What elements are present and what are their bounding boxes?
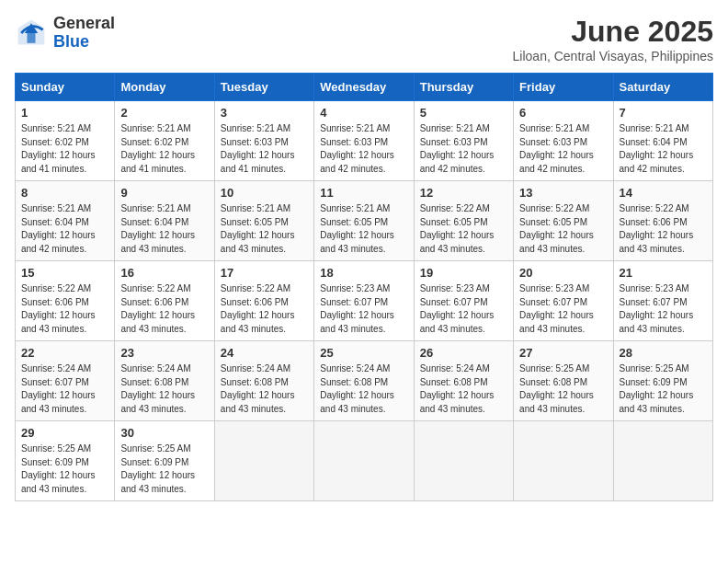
day-header-monday: Monday (115, 74, 214, 101)
calendar-week-3: 15Sunrise: 5:22 AMSunset: 6:06 PMDayligh… (16, 261, 713, 341)
day-number: 26 (420, 346, 507, 360)
day-number: 9 (120, 186, 208, 200)
day-info: Sunrise: 5:21 AMSunset: 6:05 PMDaylight:… (221, 202, 308, 256)
calendar-cell: 15Sunrise: 5:22 AMSunset: 6:06 PMDayligh… (16, 261, 115, 341)
day-info: Sunrise: 5:21 AMSunset: 6:02 PMDaylight:… (120, 122, 208, 176)
calendar-cell: 28Sunrise: 5:25 AMSunset: 6:09 PMDayligh… (613, 341, 712, 421)
calendar-cell: 22Sunrise: 5:24 AMSunset: 6:07 PMDayligh… (16, 341, 115, 421)
calendar-cell (214, 421, 313, 501)
day-info: Sunrise: 5:23 AMSunset: 6:07 PMDaylight:… (320, 282, 407, 336)
calendar-cell (414, 421, 513, 501)
calendar-cell: 10Sunrise: 5:21 AMSunset: 6:05 PMDayligh… (214, 181, 313, 261)
calendar-cell: 7Sunrise: 5:21 AMSunset: 6:04 PMDaylight… (613, 101, 712, 181)
day-number: 22 (21, 346, 108, 360)
day-number: 7 (620, 106, 707, 120)
logo-text: General Blue (53, 15, 115, 52)
calendar-cell: 30Sunrise: 5:25 AMSunset: 6:09 PMDayligh… (115, 421, 214, 501)
calendar-cell: 6Sunrise: 5:21 AMSunset: 6:03 PMDaylight… (514, 101, 613, 181)
calendar-cell: 29Sunrise: 5:25 AMSunset: 6:09 PMDayligh… (16, 421, 115, 501)
logo-icon (15, 17, 48, 50)
calendar-cell (514, 421, 613, 501)
day-number: 27 (519, 346, 607, 360)
day-info: Sunrise: 5:22 AMSunset: 6:06 PMDaylight:… (221, 282, 308, 336)
day-number: 23 (120, 346, 208, 360)
day-info: Sunrise: 5:25 AMSunset: 6:09 PMDaylight:… (21, 442, 108, 496)
calendar-cell: 12Sunrise: 5:22 AMSunset: 6:05 PMDayligh… (414, 181, 513, 261)
day-number: 10 (221, 186, 308, 200)
calendar-cell: 14Sunrise: 5:22 AMSunset: 6:06 PMDayligh… (613, 181, 712, 261)
day-header-saturday: Saturday (613, 74, 712, 101)
calendar-cell: 4Sunrise: 5:21 AMSunset: 6:03 PMDaylight… (314, 101, 414, 181)
calendar-cell: 16Sunrise: 5:22 AMSunset: 6:06 PMDayligh… (115, 261, 214, 341)
calendar-cell: 21Sunrise: 5:23 AMSunset: 6:07 PMDayligh… (613, 261, 712, 341)
day-info: Sunrise: 5:22 AMSunset: 6:06 PMDaylight:… (21, 282, 108, 336)
day-number: 24 (221, 346, 308, 360)
day-info: Sunrise: 5:22 AMSunset: 6:06 PMDaylight:… (120, 282, 208, 336)
calendar-cell (613, 421, 712, 501)
day-number: 15 (21, 266, 108, 280)
day-number: 2 (120, 106, 208, 120)
day-number: 21 (620, 266, 707, 280)
day-number: 14 (620, 186, 707, 200)
logo-blue: Blue (53, 32, 89, 51)
day-number: 12 (420, 186, 507, 200)
day-header-friday: Friday (514, 74, 613, 101)
page-header: General Blue June 2025 Liloan, Central V… (15, 15, 713, 63)
day-info: Sunrise: 5:21 AMSunset: 6:03 PMDaylight:… (420, 122, 507, 176)
day-number: 17 (221, 266, 308, 280)
calendar-cell: 18Sunrise: 5:23 AMSunset: 6:07 PMDayligh… (314, 261, 414, 341)
day-number: 30 (120, 426, 208, 440)
day-info: Sunrise: 5:23 AMSunset: 6:07 PMDaylight:… (620, 282, 707, 336)
day-number: 1 (21, 106, 108, 120)
day-header-wednesday: Wednesday (314, 74, 414, 101)
day-number: 6 (519, 106, 607, 120)
day-info: Sunrise: 5:25 AMSunset: 6:09 PMDaylight:… (620, 362, 707, 416)
day-info: Sunrise: 5:21 AMSunset: 6:05 PMDaylight:… (320, 202, 407, 256)
day-info: Sunrise: 5:24 AMSunset: 6:07 PMDaylight:… (21, 362, 108, 416)
day-info: Sunrise: 5:24 AMSunset: 6:08 PMDaylight:… (120, 362, 208, 416)
day-number: 28 (620, 346, 707, 360)
day-header-sunday: Sunday (16, 74, 115, 101)
calendar-cell: 19Sunrise: 5:23 AMSunset: 6:07 PMDayligh… (414, 261, 513, 341)
month-title: June 2025 (513, 15, 713, 49)
day-info: Sunrise: 5:21 AMSunset: 6:02 PMDaylight:… (21, 122, 108, 176)
day-info: Sunrise: 5:22 AMSunset: 6:06 PMDaylight:… (620, 202, 707, 256)
day-info: Sunrise: 5:24 AMSunset: 6:08 PMDaylight:… (221, 362, 308, 416)
day-number: 29 (21, 426, 108, 440)
calendar-cell: 2Sunrise: 5:21 AMSunset: 6:02 PMDaylight… (115, 101, 214, 181)
day-info: Sunrise: 5:22 AMSunset: 6:05 PMDaylight:… (420, 202, 507, 256)
day-number: 18 (320, 266, 407, 280)
calendar-cell: 24Sunrise: 5:24 AMSunset: 6:08 PMDayligh… (214, 341, 313, 421)
calendar-cell: 9Sunrise: 5:21 AMSunset: 6:04 PMDaylight… (115, 181, 214, 261)
calendar-cell: 20Sunrise: 5:23 AMSunset: 6:07 PMDayligh… (514, 261, 613, 341)
title-block: June 2025 Liloan, Central Visayas, Phili… (513, 15, 713, 63)
calendar-cell: 8Sunrise: 5:21 AMSunset: 6:04 PMDaylight… (16, 181, 115, 261)
calendar-cell: 23Sunrise: 5:24 AMSunset: 6:08 PMDayligh… (115, 341, 214, 421)
calendar-cell: 17Sunrise: 5:22 AMSunset: 6:06 PMDayligh… (214, 261, 313, 341)
logo-general: General (53, 14, 115, 32)
day-number: 5 (420, 106, 507, 120)
day-info: Sunrise: 5:25 AMSunset: 6:09 PMDaylight:… (120, 442, 208, 496)
calendar-week-4: 22Sunrise: 5:24 AMSunset: 6:07 PMDayligh… (16, 341, 713, 421)
day-number: 4 (320, 106, 407, 120)
calendar-cell: 25Sunrise: 5:24 AMSunset: 6:08 PMDayligh… (314, 341, 414, 421)
day-number: 3 (221, 106, 308, 120)
calendar-cell: 3Sunrise: 5:21 AMSunset: 6:03 PMDaylight… (214, 101, 313, 181)
calendar-cell: 5Sunrise: 5:21 AMSunset: 6:03 PMDaylight… (414, 101, 513, 181)
logo: General Blue (15, 15, 115, 52)
location: Liloan, Central Visayas, Philippines (513, 49, 713, 63)
day-info: Sunrise: 5:22 AMSunset: 6:05 PMDaylight:… (519, 202, 607, 256)
day-info: Sunrise: 5:21 AMSunset: 6:03 PMDaylight:… (221, 122, 308, 176)
day-number: 13 (519, 186, 607, 200)
calendar-cell: 1Sunrise: 5:21 AMSunset: 6:02 PMDaylight… (16, 101, 115, 181)
calendar-cell: 26Sunrise: 5:24 AMSunset: 6:08 PMDayligh… (414, 341, 513, 421)
svg-rect-0 (28, 33, 36, 43)
day-number: 11 (320, 186, 407, 200)
day-number: 8 (21, 186, 108, 200)
calendar-header-row: SundayMondayTuesdayWednesdayThursdayFrid… (16, 74, 713, 101)
day-number: 16 (120, 266, 208, 280)
calendar-week-5: 29Sunrise: 5:25 AMSunset: 6:09 PMDayligh… (16, 421, 713, 501)
calendar-week-2: 8Sunrise: 5:21 AMSunset: 6:04 PMDaylight… (16, 181, 713, 261)
day-info: Sunrise: 5:21 AMSunset: 6:03 PMDaylight:… (519, 122, 607, 176)
day-header-thursday: Thursday (414, 74, 513, 101)
